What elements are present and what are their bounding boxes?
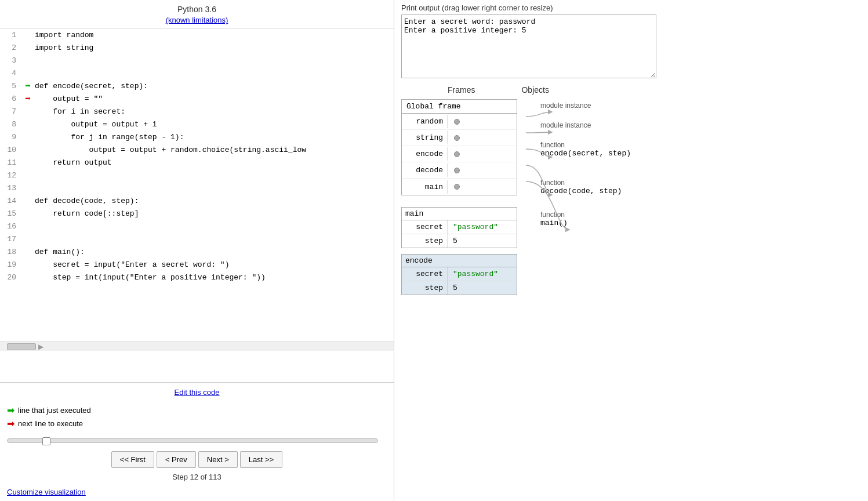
obj-label-random: module instance [540, 101, 631, 110]
last-button[interactable]: Last >> [240, 451, 282, 468]
gf-key-encode: encode [402, 147, 448, 161]
left-panel: Python 3.6 (known limitations) 1import r… [0, 0, 394, 501]
line-code: def encode(secret, step): [35, 79, 394, 92]
line-arrow [21, 207, 35, 220]
line-arrow [21, 28, 35, 41]
gf-key-string: string [402, 131, 448, 144]
prev-button[interactable]: < Prev [157, 451, 196, 468]
obj-fn-encode: function encode(secret, step) [540, 141, 631, 158]
line-arrow [21, 245, 35, 258]
encode-frame-row-secret: secret "password" [402, 267, 517, 281]
line-code: secret = input("Enter a secret word: ") [35, 258, 394, 271]
nav-buttons: << First < Prev Next > Last >> [0, 446, 394, 473]
frames-objects-content: Global frame random string enc [401, 99, 861, 377]
line-code: output = output + i [35, 118, 394, 130]
gf-dot-main [448, 184, 466, 190]
line-number: 4 [0, 67, 21, 79]
line-number: 16 [0, 220, 21, 233]
edit-code-link[interactable]: Edit this code [174, 388, 219, 397]
line-code: for i in secret: [35, 105, 394, 118]
main-frame: main secret "password" step 5 [401, 207, 517, 248]
red-legend-label: next line to execute [18, 419, 83, 428]
line-number: 13 [0, 181, 21, 194]
line-number: 18 [0, 245, 21, 258]
line-code: return output [35, 156, 394, 169]
gf-row-string: string [402, 130, 517, 146]
line-arrow [21, 130, 35, 143]
main-secret-val: "password" [448, 220, 503, 234]
gf-row-main: main [402, 179, 517, 195]
line-code: output = output + random.choice(string.a… [35, 143, 394, 156]
frames-objects-section: Frames Objects Global frame random [401, 85, 861, 377]
line-arrow [21, 271, 35, 284]
gf-dot-random [448, 119, 466, 125]
horizontal-scrollbar[interactable]: ▶ [0, 342, 394, 351]
line-code [35, 54, 394, 67]
right-panel: Print output (drag lower right corner to… [394, 0, 868, 501]
encode-secret-key: secret [402, 267, 448, 281]
main-step-key: step [402, 234, 448, 248]
encode-step-val: 5 [448, 281, 462, 295]
line-number: 2 [0, 41, 21, 54]
line-number: 8 [0, 118, 21, 130]
gf-dot-encode [448, 151, 466, 157]
green-legend-label: line that just executed [18, 406, 91, 415]
green-arrow-indicator: ➡ [25, 81, 31, 92]
obj-fn-decode: function decode(code, step) [540, 179, 631, 195]
line-arrow [21, 220, 35, 233]
gf-key-decode: decode [402, 164, 448, 177]
line-number: 6 [0, 92, 21, 105]
known-limitations-link[interactable]: (known limitations) [166, 16, 228, 24]
slider-thumb[interactable] [42, 437, 50, 445]
line-code: def decode(code, step): [35, 194, 394, 207]
main-frame-title: main [402, 208, 517, 220]
code-table: 1import random2import string345➡def enco… [0, 28, 394, 284]
legend: ➡ line that just executed ➡ next line to… [0, 401, 394, 435]
encode-secret-val: "password" [448, 267, 503, 281]
gf-dot-string [448, 135, 466, 141]
gf-key-random: random [402, 115, 448, 128]
line-number: 10 [0, 143, 21, 156]
slider-area [0, 435, 394, 446]
frames-label: Frames [448, 85, 475, 95]
line-number: 5 [0, 79, 21, 92]
code-area: 1import random2import string345➡def enco… [0, 28, 394, 383]
obj-fn-main-label: function [540, 210, 631, 219]
line-number: 1 [0, 28, 21, 41]
next-button[interactable]: Next > [198, 451, 238, 468]
print-output-label: Print output (drag lower right corner to… [401, 3, 861, 12]
line-arrow [21, 169, 35, 181]
line-arrow: ➡ [21, 79, 35, 92]
red-arrow-indicator: ➡ [25, 94, 31, 104]
progress-slider[interactable] [7, 438, 378, 443]
line-code [35, 181, 394, 194]
print-output-box[interactable] [401, 14, 656, 78]
customize-visualization-link[interactable]: Customize visualization [7, 488, 86, 496]
line-number: 3 [0, 54, 21, 67]
first-button[interactable]: << First [111, 451, 154, 468]
line-code: step = int(input("Enter a positive integ… [35, 271, 394, 284]
encode-step-key: step [402, 281, 448, 295]
line-number: 20 [0, 271, 21, 284]
legend-red: ➡ next line to execute [7, 418, 387, 429]
line-code: import string [35, 41, 394, 54]
obj-fn-main-sig: main() [540, 219, 631, 227]
line-arrow [21, 118, 35, 130]
encode-frame-row-step: step 5 [402, 281, 517, 295]
line-code: for j in range(step - 1): [35, 130, 394, 143]
obj-fn-decode-label: function [540, 179, 631, 187]
python-version-title: Python 3.6 [0, 0, 394, 15]
line-arrow [21, 156, 35, 169]
main-step-val: 5 [448, 234, 462, 248]
line-arrow [21, 143, 35, 156]
line-code: return code[::step] [35, 207, 394, 220]
gf-row-encode: encode [402, 146, 517, 162]
line-code: import random [35, 28, 394, 41]
line-code [35, 169, 394, 181]
scrollbar-thumb[interactable] [7, 343, 36, 350]
line-arrow [21, 258, 35, 271]
gf-key-main: main [402, 180, 448, 194]
edit-link-container: Edit this code [0, 383, 394, 401]
line-code [35, 67, 394, 79]
code-scroll[interactable]: 1import random2import string345➡def enco… [0, 28, 394, 342]
